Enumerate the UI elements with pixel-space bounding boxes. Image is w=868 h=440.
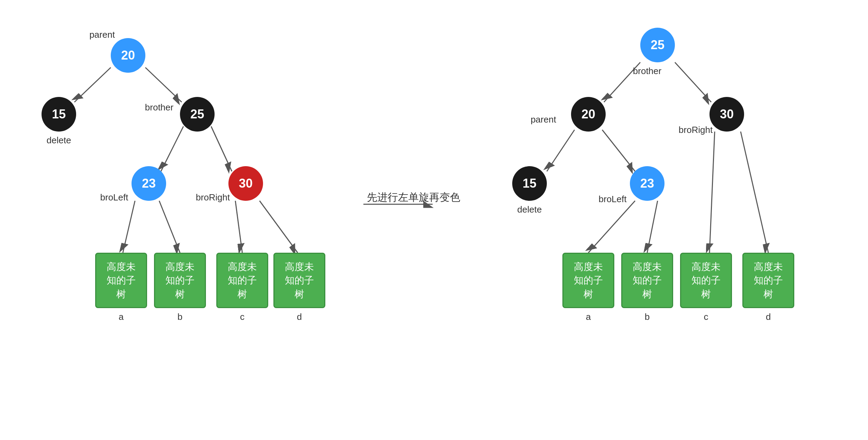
svg-line-9 xyxy=(260,201,298,253)
left-node-15: 15 xyxy=(42,97,76,132)
svg-line-12 xyxy=(675,62,711,102)
right-node-30: 30 xyxy=(709,97,744,132)
left-box-d-label: d xyxy=(297,312,302,322)
right-box-a: 高度未知的子树 xyxy=(562,253,614,308)
svg-line-7 xyxy=(159,201,180,253)
svg-line-17 xyxy=(709,132,715,253)
transformation-label: 先进行左单旋再变色 xyxy=(367,190,460,205)
left-box-d: 高度未知的子树 xyxy=(273,253,325,308)
left-box-b-label: b xyxy=(178,312,182,322)
left-box-a-label: a xyxy=(119,312,124,322)
svg-line-3 xyxy=(145,68,182,102)
right-label-delete: delete xyxy=(517,204,542,215)
right-label-broleft: broLeft xyxy=(599,194,627,205)
svg-line-15 xyxy=(588,201,635,253)
left-label-brother-25: brother xyxy=(145,102,173,113)
right-box-d-label: d xyxy=(766,312,771,322)
right-node-25: 25 xyxy=(640,28,675,62)
svg-line-13 xyxy=(547,130,575,171)
right-node-20: 20 xyxy=(571,97,606,132)
svg-line-6 xyxy=(123,201,135,253)
left-node-30: 30 xyxy=(228,166,263,201)
left-box-b: 高度未知的子树 xyxy=(154,253,206,308)
left-node-23: 23 xyxy=(132,166,166,201)
left-label-broleft: broLeft xyxy=(100,192,128,203)
svg-line-16 xyxy=(647,201,658,253)
left-box-a: 高度未知的子树 xyxy=(95,253,147,308)
diagram-container: 20 parent 15 delete 25 brother 23 broLef… xyxy=(0,0,868,440)
right-label-broright: broRight xyxy=(679,125,713,135)
right-label-parent: parent xyxy=(531,114,556,125)
right-box-c-label: c xyxy=(704,312,708,322)
left-node-20: 20 xyxy=(111,38,145,73)
right-node-23: 23 xyxy=(630,166,664,201)
left-label-broright: broRight xyxy=(196,192,230,203)
svg-line-4 xyxy=(161,126,183,171)
right-box-b-label: b xyxy=(645,312,650,322)
svg-line-14 xyxy=(602,130,635,171)
right-box-d: 高度未知的子树 xyxy=(742,253,794,308)
right-label-brother: brother xyxy=(633,66,661,77)
left-node-25: 25 xyxy=(180,97,215,132)
svg-line-18 xyxy=(741,132,768,253)
left-label-parent: parent xyxy=(89,29,115,40)
left-label-delete: delete xyxy=(47,135,71,146)
right-node-15: 15 xyxy=(512,166,547,201)
right-box-c: 高度未知的子树 xyxy=(680,253,732,308)
left-box-c-label: c xyxy=(240,312,245,322)
right-box-b: 高度未知的子树 xyxy=(621,253,673,308)
svg-line-5 xyxy=(211,126,232,171)
left-box-c: 高度未知的子树 xyxy=(216,253,268,308)
right-box-a-label: a xyxy=(586,312,591,322)
svg-line-2 xyxy=(74,68,111,102)
svg-line-8 xyxy=(235,201,242,253)
